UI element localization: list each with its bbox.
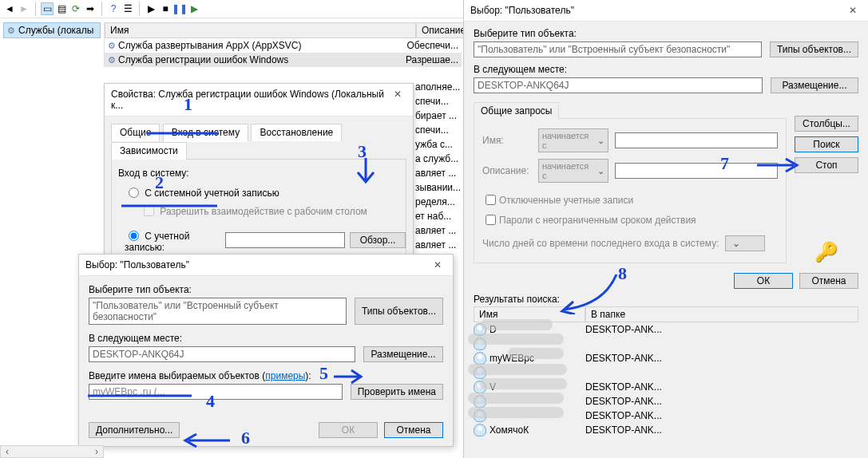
result-folder: DESKTOP-ANK... <box>585 353 858 364</box>
check-non-expiring[interactable]: Пароли с неограниченным сроком действия <box>482 215 696 226</box>
result-folder: DESKTOP-ANK... <box>585 324 858 335</box>
cancel-button[interactable]: Отмена <box>799 273 858 289</box>
locations-button[interactable]: Размещение... <box>363 346 443 362</box>
user-icon <box>474 352 486 365</box>
account-input[interactable] <box>225 232 345 248</box>
common-queries-group: Общие запросы <box>474 102 559 119</box>
examples-link[interactable]: примеры <box>265 370 305 381</box>
type-label: Выберите тип объекта: <box>474 28 858 39</box>
start-icon[interactable]: ▶ <box>145 2 157 15</box>
gear-icon <box>7 25 15 36</box>
result-folder: DESKTOP-ANK... <box>585 410 858 421</box>
user-icon <box>474 424 486 436</box>
ok-button[interactable]: ОК <box>734 273 793 289</box>
location-label: В следующем месте: <box>474 64 858 75</box>
location-value: DESKTOP-ANKQ64J <box>89 346 355 362</box>
select-user-dialog-small: Выбор: "Пользователь" ✕ Выберите тип объ… <box>78 254 454 447</box>
days-since-combo[interactable] <box>725 235 765 251</box>
name-filter-input[interactable] <box>615 132 778 148</box>
export-icon[interactable]: ➡ <box>84 2 97 15</box>
location-label: В следующем месте: <box>89 333 443 344</box>
service-row[interactable]: Служба развертывания AppX (AppXSVC) Обес… <box>105 38 462 53</box>
check-names-button[interactable]: Проверить имена <box>351 384 443 400</box>
name-filter-op[interactable]: начинается с <box>538 128 608 152</box>
radio-this-account[interactable]: С учетной записью: <box>125 227 220 253</box>
service-name: Служба развертывания AppX (AppXSVC) <box>118 40 302 51</box>
days-since-label: Число дней со времени последнего входа в… <box>482 238 719 249</box>
locations-button[interactable]: Размещение... <box>771 77 858 93</box>
ok-button[interactable]: ОК <box>319 422 378 438</box>
dialog-title: Выбор: "Пользователь" <box>85 259 189 270</box>
service-desc: Обеспечи... <box>407 40 458 51</box>
key-icon: 🔑 <box>814 241 838 263</box>
results-label: Результаты поиска: <box>474 294 858 305</box>
result-folder: DESKTOP-ANK... <box>585 396 858 407</box>
back-icon[interactable]: ◄ <box>3 2 16 15</box>
check-disabled-accounts[interactable]: Отключенные учетные записи <box>482 195 633 206</box>
help-icon[interactable]: ? <box>107 2 120 15</box>
object-names-input[interactable] <box>89 384 343 400</box>
dialog-titlebar: Выбор: "Пользователь" ✕ <box>464 0 868 22</box>
refresh-icon[interactable]: ⟳ <box>69 2 82 15</box>
desc-filter-op[interactable]: начинается с <box>538 159 608 183</box>
restart-icon[interactable]: ▶ <box>188 2 200 15</box>
cancel-button[interactable]: Отмена <box>384 422 443 438</box>
details-icon[interactable]: ▤ <box>55 2 68 15</box>
dialog-titlebar: Выбор: "Пользователь" ✕ <box>79 255 453 276</box>
forward-icon[interactable]: ► <box>18 2 30 15</box>
services-list: Имя Описание Служба развертывания AppX (… <box>104 22 462 67</box>
result-folder: DESKTOP-ANK... <box>585 424 858 436</box>
tab-general[interactable]: Общие <box>111 124 160 141</box>
service-name: Служба регистрации ошибок Windows <box>118 54 288 65</box>
dialog-title: Выбор: "Пользователь" <box>470 5 574 16</box>
pause-icon[interactable]: ❚❚ <box>173 2 186 15</box>
show-hide-icon[interactable]: ▭ <box>41 2 54 15</box>
stop-button[interactable]: Стоп <box>795 157 858 173</box>
service-desc: Разрешае... <box>406 54 458 65</box>
type-value: "Пользователь" или "Встроенный субъект б… <box>474 41 762 57</box>
close-icon[interactable]: ✕ <box>429 259 446 270</box>
gear-icon <box>108 54 116 65</box>
radio-system-account[interactable]: С системной учетной записью <box>125 188 279 199</box>
logon-label: Вход в систему: <box>118 168 399 179</box>
desc-filter-label: Описание: <box>482 165 532 176</box>
object-types-button[interactable]: Типы объектов... <box>355 298 443 325</box>
dialog-title: Свойства: Служба регистрации ошибок Wind… <box>111 89 389 111</box>
tab-recovery[interactable]: Восстановление <box>251 124 342 141</box>
desc-frag-col: аполняе... спечи... бирает ... спечи... … <box>415 80 462 252</box>
close-icon[interactable]: ✕ <box>389 89 406 111</box>
stop-icon[interactable]: ■ <box>159 2 172 15</box>
tabs: Общие Вход в систему Восстановление Зави… <box>111 123 406 160</box>
names-label: Введите имена выбираемых объектов (приме… <box>89 370 443 381</box>
result-row[interactable]: ХомячоКDESKTOP-ANK... <box>474 423 858 437</box>
menu-icon[interactable]: ☰ <box>121 2 134 15</box>
desc-filter-input[interactable] <box>615 163 778 179</box>
dialog-titlebar: Свойства: Служба регистрации ошибок Wind… <box>105 84 413 116</box>
type-label: Выберите тип объекта: <box>89 284 443 295</box>
tab-dependencies[interactable]: Зависимости <box>111 142 187 160</box>
check-interact-desktop: Разрешить взаимодействие с рабочим столо… <box>141 206 367 217</box>
hscrollbar[interactable]: ‹ › <box>0 445 104 458</box>
result-folder: DESKTOP-ANK... <box>585 381 858 393</box>
browse-button[interactable]: Обзор... <box>350 232 406 248</box>
result-name: ХомячоК <box>489 424 529 436</box>
col-header-folder[interactable]: В папке <box>585 306 858 322</box>
close-icon[interactable]: ✕ <box>844 5 862 16</box>
services-toolbar: ◄ ► ▭ ▤ ⟳ ➡ ? ☰ ▶ ■ ❚❚ ▶ <box>0 0 463 18</box>
tab-logon[interactable]: Вход в систему <box>163 124 248 142</box>
tree-node-label: Службы (локалы <box>18 25 93 36</box>
object-types-button[interactable]: Типы объектов... <box>770 41 858 57</box>
services-tree: Службы (локалы <box>3 22 101 38</box>
col-header-name[interactable]: Имя <box>105 22 416 38</box>
find-now-button[interactable]: Поиск <box>795 136 858 152</box>
gear-icon <box>108 40 116 51</box>
tree-node-services[interactable]: Службы (локалы <box>3 22 101 38</box>
type-value: "Пользователь" или "Встроенный субъект б… <box>89 298 347 325</box>
columns-button[interactable]: Столбцы... <box>795 116 858 132</box>
location-value: DESKTOP-ANKQ64J <box>474 77 763 93</box>
service-row[interactable]: Служба регистрации ошибок Windows Разреш… <box>105 53 462 67</box>
advanced-button[interactable]: Дополнительно... <box>89 422 180 438</box>
name-filter-label: Имя: <box>482 135 532 146</box>
